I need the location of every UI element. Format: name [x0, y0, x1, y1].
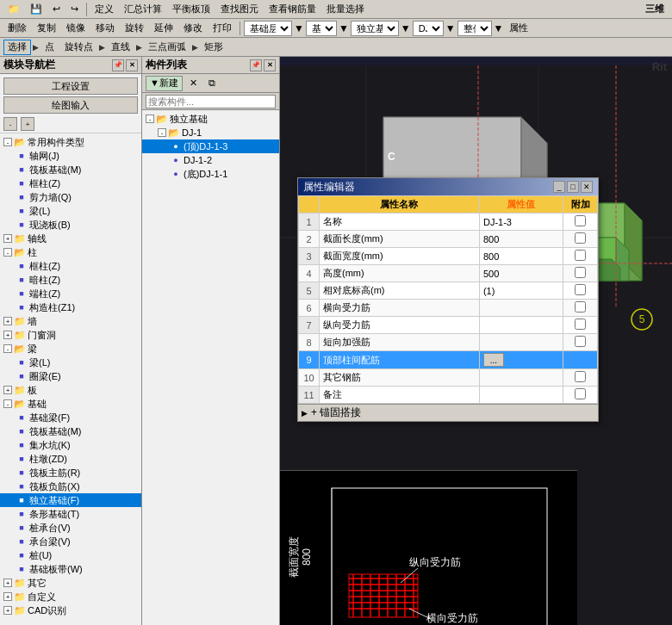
tree-item-door[interactable]: + 📁 门窗洞: [0, 328, 141, 342]
tree-item-beam[interactable]: ■ 梁(L): [0, 204, 141, 218]
tree-item-col[interactable]: ■ 框柱(Z): [0, 176, 141, 190]
attr-row-check-9[interactable]: [563, 351, 598, 369]
draw-input-btn[interactable]: 绘图输入: [3, 96, 138, 114]
attr-row-4[interactable]: 4高度(mm)500: [299, 265, 598, 282]
toolbar-undo-btn[interactable]: ↩: [48, 2, 65, 17]
toggle-slab-root[interactable]: +: [3, 386, 12, 394]
attr-row-check-10[interactable]: [563, 369, 598, 387]
tree-item-dz[interactable]: ■ 端柱(Z): [0, 287, 141, 300]
attr-row-1[interactable]: 1名称DJ-1-3: [299, 213, 598, 231]
mid-tree-dj1-1[interactable]: ● (底)DJ-1-1: [142, 167, 279, 181]
dialog-maximize-btn[interactable]: □: [567, 181, 579, 193]
attr-row-check-5[interactable]: [563, 282, 598, 300]
search-input[interactable]: [146, 95, 276, 108]
toolbar-redo-btn[interactable]: ↪: [66, 2, 83, 17]
attr-row-check-6[interactable]: [563, 300, 598, 317]
tree-item-zd[interactable]: ■ 柱墩(ZD): [0, 452, 141, 466]
toggle-custom[interactable]: +: [3, 592, 12, 601]
toggle-col-root[interactable]: -: [3, 248, 12, 257]
mirror-btn[interactable]: 镜像: [62, 21, 90, 36]
mid-tree-dj1-2[interactable]: ● DJ-1-2: [142, 153, 279, 167]
mid-close-btn[interactable]: ✕: [264, 59, 276, 71]
tree-item-slab[interactable]: ■ 现浇板(B): [0, 218, 141, 232]
print-btn[interactable]: 打印: [208, 21, 236, 36]
mid-toggle-dj1[interactable]: -: [158, 128, 166, 137]
checkbox-11[interactable]: [575, 388, 586, 399]
tree-item-zct[interactable]: ■ 桩承台(V): [0, 521, 141, 535]
floor-select[interactable]: 基础: [306, 21, 337, 36]
find-btn[interactable]: 查找图元: [216, 2, 263, 17]
tree-item-other[interactable]: + 📁 其它: [0, 576, 141, 590]
attr-row-9[interactable]: 9顶部柱间配筋...: [299, 351, 598, 369]
dialog-minimize-btn[interactable]: _: [553, 181, 565, 193]
collapse-all-btn[interactable]: -: [3, 117, 17, 131]
tree-item-fb-x[interactable]: ■ 筏板负筋(X): [0, 480, 141, 493]
engineering-settings-btn[interactable]: 工程设置: [3, 77, 138, 95]
checkbox-4[interactable]: [575, 267, 586, 278]
attr-dots-btn-9[interactable]: ...: [483, 353, 504, 367]
attr-row-3[interactable]: 3截面宽度(mm)800: [299, 248, 598, 265]
mid-tree-dj1[interactable]: - 📂 DJ-1: [142, 126, 279, 139]
attr-row-6[interactable]: 6横向受力筋: [299, 300, 598, 317]
move-btn[interactable]: 移动: [91, 21, 119, 36]
type-select[interactable]: 独立基础: [351, 21, 399, 36]
rotate-btn[interactable]: 旋转: [121, 21, 148, 36]
attr-row-check-7[interactable]: [563, 317, 598, 334]
attr-row-check-4[interactable]: [563, 265, 598, 282]
batch-select-btn[interactable]: 批量选择: [322, 2, 369, 17]
arc-btn[interactable]: 三点画弧: [144, 40, 190, 55]
attr-row-8[interactable]: 8短向加强筋: [299, 334, 598, 351]
select-btn[interactable]: 选择: [3, 40, 31, 55]
attr-row-11[interactable]: 11备注: [299, 387, 598, 404]
mid-pin-btn[interactable]: 📌: [250, 59, 262, 71]
toggle-wall-root[interactable]: +: [3, 317, 12, 325]
tree-item-custom[interactable]: + 📁 自定义: [0, 590, 141, 603]
attr-row-2[interactable]: 2截面长度(mm)800: [299, 231, 598, 248]
nav-close-btn[interactable]: ✕: [126, 59, 138, 71]
element-select[interactable]: DJ-1: [413, 21, 444, 36]
tree-item-jcd[interactable]: ■ 基础板带(W): [0, 562, 141, 576]
checkbox-2[interactable]: [575, 232, 586, 244]
modify-btn[interactable]: 修改: [179, 21, 207, 36]
dialog-close-btn[interactable]: ✕: [581, 181, 593, 193]
rotate-point-btn[interactable]: 旋转点: [60, 40, 97, 55]
property-btn[interactable]: 属性: [505, 21, 532, 36]
checkbox-3[interactable]: [575, 250, 586, 261]
tree-item-jsq[interactable]: ■ 集水坑(K): [0, 438, 141, 452]
toggle-door[interactable]: +: [3, 331, 12, 339]
mid-tree-dj1-3[interactable]: ● (顶)DJ-1-3: [142, 139, 279, 153]
attr-row-value-8[interactable]: [479, 334, 563, 351]
sum-btn[interactable]: 汇总计算: [120, 2, 166, 17]
checkbox-1[interactable]: [575, 215, 586, 226]
toolbar-save-btn[interactable]: 💾: [26, 2, 47, 17]
attr-row-value-3[interactable]: 800: [479, 248, 563, 265]
tree-item-pile[interactable]: ■ 桩(U): [0, 548, 141, 562]
toggle-foundation[interactable]: -: [3, 399, 12, 408]
copy-component-btn[interactable]: ⧉: [204, 76, 220, 91]
attr-row-check-3[interactable]: [563, 248, 598, 265]
checkbox-7[interactable]: [575, 319, 586, 330]
attr-row-10[interactable]: 10其它钢筋: [299, 369, 598, 387]
point-btn[interactable]: 点: [40, 40, 59, 55]
tree-item-kz[interactable]: ■ 框柱(Z): [0, 259, 141, 273]
attr-row-value-2[interactable]: 800: [479, 231, 563, 248]
tree-item-ctl[interactable]: ■ 承台梁(V): [0, 535, 141, 548]
attr-row-value-9[interactable]: ...: [479, 351, 563, 369]
layer-select[interactable]: 基础层: [244, 21, 292, 36]
nav-pin-btn[interactable]: 📌: [112, 59, 124, 71]
checkbox-8[interactable]: [575, 336, 586, 347]
tree-item-cad[interactable]: + 📁 CAD识别: [0, 603, 141, 617]
new-component-btn[interactable]: ▼新建: [146, 76, 183, 91]
attr-row-check-1[interactable]: [563, 213, 598, 231]
tree-item-beam-root[interactable]: - 📂 梁: [0, 342, 141, 356]
tree-item-fb-r[interactable]: ■ 筏板主筋(R): [0, 466, 141, 480]
attr-row-value-7[interactable]: [479, 317, 563, 334]
attr-row-check-2[interactable]: [563, 231, 598, 248]
balance-btn[interactable]: 平衡板顶: [168, 2, 215, 17]
attr-row-check-11[interactable]: [563, 387, 598, 404]
checkbox-6[interactable]: [575, 301, 586, 312]
attr-row-7[interactable]: 7纵向受力筋: [299, 317, 598, 334]
toolbar-file-btn[interactable]: 📁: [3, 2, 24, 17]
checkbox-5[interactable]: [575, 284, 586, 295]
attr-row-value-1[interactable]: DJ-1-3: [479, 213, 563, 231]
